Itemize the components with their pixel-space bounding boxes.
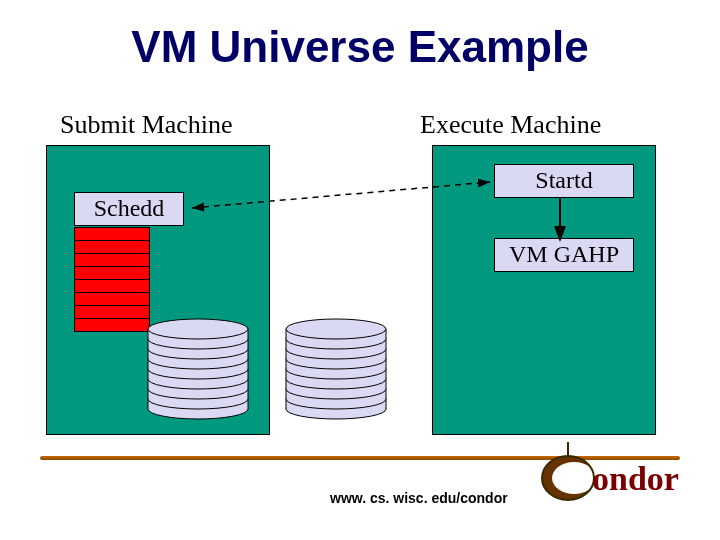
schedd-node: Schedd <box>74 192 184 226</box>
schedd-startd-arrow <box>180 170 500 218</box>
queue-item <box>74 292 150 306</box>
queue-item <box>74 240 150 254</box>
startd-vmgahp-arrow <box>548 196 572 242</box>
job-queue <box>74 227 150 331</box>
queue-item <box>74 266 150 280</box>
execute-machine-label: Execute Machine <box>420 110 601 140</box>
condor-logo: ondor <box>536 438 706 510</box>
queue-item <box>74 227 150 241</box>
slide: VM Universe Example Submit Machine Execu… <box>0 0 720 540</box>
startd-node: Startd <box>494 164 634 198</box>
svg-line-66 <box>192 182 490 208</box>
logo-text: ondor <box>592 460 679 497</box>
queue-item <box>74 279 150 293</box>
svg-point-65 <box>286 319 386 339</box>
vm-gahp-node: VM GAHP <box>494 238 634 272</box>
queue-item <box>74 318 150 332</box>
queue-item <box>74 253 150 267</box>
svg-point-32 <box>148 319 248 339</box>
queue-item <box>74 305 150 319</box>
page-title: VM Universe Example <box>0 22 720 72</box>
submit-machine-label: Submit Machine <box>60 110 233 140</box>
disk-stack-2 <box>281 313 391 423</box>
disk-stack-1 <box>143 313 253 423</box>
footer-url: www. cs. wisc. edu/condor <box>330 490 508 506</box>
